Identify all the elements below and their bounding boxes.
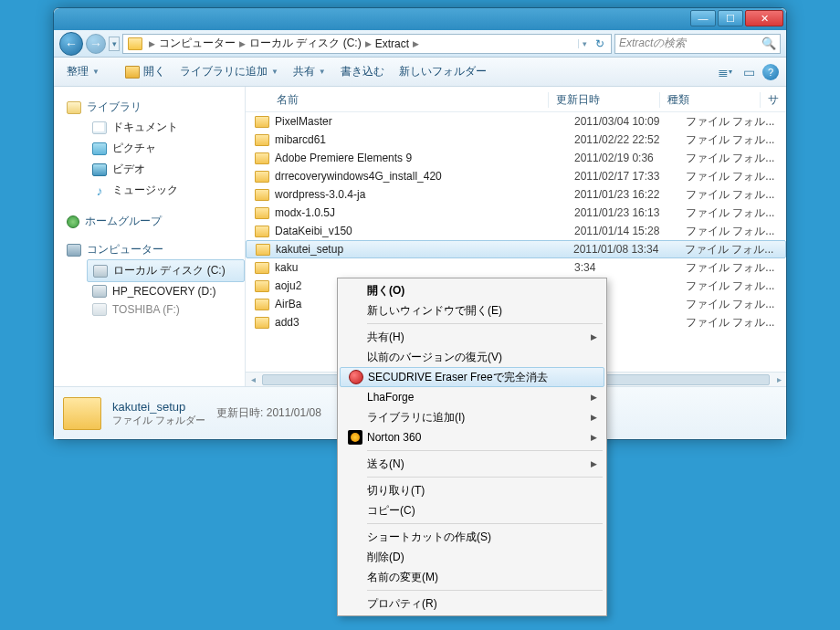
folder-icon bbox=[255, 171, 269, 183]
file-row[interactable]: mibarcd612011/02/22 22:52ファイル フォル... bbox=[246, 131, 786, 149]
forward-button[interactable]: → bbox=[86, 34, 106, 54]
open-button[interactable]: 開く bbox=[120, 60, 171, 83]
col-type[interactable]: 種類 bbox=[660, 92, 761, 108]
separator bbox=[367, 477, 603, 478]
sidebar-pictures[interactable]: ピクチャ bbox=[87, 138, 245, 159]
chevron-right-icon[interactable]: ▶ bbox=[409, 39, 423, 48]
ctx-delete[interactable]: 削除(D) bbox=[340, 547, 604, 567]
file-name: mibarcd61 bbox=[275, 133, 574, 146]
details-mod-label: 更新日時: bbox=[216, 406, 263, 419]
address-dropdown[interactable]: ▾ bbox=[578, 39, 591, 48]
ctx-share[interactable]: 共有(H)▶ bbox=[340, 327, 604, 347]
chevron-right-icon[interactable]: ▶ bbox=[362, 39, 375, 48]
secudrive-icon bbox=[349, 370, 363, 384]
search-input[interactable]: Extractの検索 🔍 bbox=[614, 34, 781, 54]
column-headers: 名前 更新日時 種類 サ bbox=[246, 87, 786, 112]
file-date: 2011/01/23 16:22 bbox=[574, 188, 686, 201]
back-button[interactable]: ← bbox=[59, 32, 83, 56]
close-button[interactable]: ✕ bbox=[745, 10, 783, 26]
sidebar-libraries[interactable]: ライブラリ bbox=[67, 100, 245, 115]
sidebar-drive-e[interactable]: TOSHIBA (F:) bbox=[87, 300, 245, 319]
ctx-properties[interactable]: プロパティ(R) bbox=[340, 593, 604, 614]
col-size[interactable]: サ bbox=[761, 92, 782, 108]
preview-pane-toggle[interactable]: ▭ bbox=[739, 62, 759, 82]
folder-icon bbox=[255, 152, 269, 164]
ctx-copy[interactable]: コピー(C) bbox=[340, 500, 604, 520]
sidebar-computer[interactable]: コンピューター bbox=[67, 242, 245, 257]
nav-history-dropdown[interactable]: ▾ bbox=[109, 37, 120, 51]
col-name[interactable]: 名前 bbox=[269, 92, 549, 108]
share-menu[interactable]: 共有▼ bbox=[288, 60, 331, 83]
sidebar-music[interactable]: ♪ミュージック bbox=[87, 180, 245, 201]
file-type: ファイル フォル... bbox=[686, 114, 786, 130]
ctx-create-shortcut[interactable]: ショートカットの作成(S) bbox=[340, 527, 604, 547]
chevron-right-icon[interactable]: ▶ bbox=[236, 39, 249, 48]
file-date: 3:34 bbox=[574, 261, 686, 274]
chevron-right-icon[interactable]: ▶ bbox=[145, 39, 159, 48]
open-folder-icon bbox=[125, 66, 140, 79]
scroll-left-icon[interactable]: ◂ bbox=[246, 374, 260, 384]
file-name: modx-1.0.5J bbox=[275, 206, 574, 219]
crumb-computer[interactable]: コンピューター bbox=[159, 36, 236, 51]
library-icon bbox=[67, 101, 81, 114]
folder-icon bbox=[255, 317, 269, 329]
folder-icon bbox=[255, 280, 269, 292]
music-icon: ♪ bbox=[92, 184, 107, 198]
col-date[interactable]: 更新日時 bbox=[549, 92, 660, 108]
crumb-drive-c[interactable]: ローカル ディスク (C:) bbox=[249, 36, 362, 51]
view-menu[interactable]: ≣▾ bbox=[715, 62, 735, 82]
crumb-extract[interactable]: Extract bbox=[375, 37, 409, 50]
ctx-rename[interactable]: 名前の変更(M) bbox=[340, 567, 604, 587]
help-button[interactable]: ? bbox=[762, 64, 779, 80]
sidebar-drive-d[interactable]: HP_RECOVERY (D:) bbox=[87, 282, 245, 300]
ctx-send-to[interactable]: 送る(N)▶ bbox=[340, 454, 604, 474]
folder-icon bbox=[128, 37, 142, 50]
sidebar-documents[interactable]: ドキュメント bbox=[87, 117, 245, 138]
computer-icon bbox=[67, 244, 81, 257]
minimize-button[interactable]: — bbox=[690, 10, 716, 26]
file-row[interactable]: modx-1.0.5J2011/01/23 16:13ファイル フォル... bbox=[246, 204, 786, 222]
file-name: wordpress-3.0.4-ja bbox=[275, 188, 574, 201]
file-row[interactable]: DataKeibi_v1502011/01/14 15:28ファイル フォル..… bbox=[246, 222, 786, 240]
burn-button[interactable]: 書き込む bbox=[335, 60, 390, 83]
ctx-secudrive-erase[interactable]: SECUDRIVE Eraser Freeで完全消去 bbox=[340, 367, 604, 387]
maximize-button[interactable]: ☐ bbox=[718, 10, 743, 26]
file-name: kakutei_setup bbox=[276, 243, 573, 256]
norton-icon bbox=[348, 430, 362, 445]
file-date: 2011/02/22 22:52 bbox=[574, 133, 686, 146]
search-icon: 🔍 bbox=[761, 37, 776, 50]
organize-menu[interactable]: 整理▼ bbox=[61, 60, 105, 83]
file-date: 2011/03/04 10:09 bbox=[574, 115, 686, 128]
ctx-add-to-library[interactable]: ライブラリに追加(I)▶ bbox=[340, 407, 604, 427]
refresh-button[interactable]: ↻ bbox=[591, 37, 609, 50]
ctx-cut[interactable]: 切り取り(T) bbox=[340, 480, 604, 500]
separator bbox=[367, 523, 603, 524]
ctx-open-new-window[interactable]: 新しいウィンドウで開く(E) bbox=[340, 300, 604, 320]
file-row[interactable]: PixelMaster2011/03/04 10:09ファイル フォル... bbox=[246, 112, 786, 131]
scroll-right-icon[interactable]: ▸ bbox=[772, 374, 786, 384]
file-row[interactable]: kakutei_setup2011/01/08 13:34ファイル フォル... bbox=[246, 240, 786, 258]
file-type: ファイル フォル... bbox=[686, 151, 786, 166]
add-to-library-menu[interactable]: ライブラリに追加▼ bbox=[174, 60, 284, 83]
document-icon bbox=[92, 121, 107, 134]
file-row[interactable]: drrecoverywindows4G_install_4202011/02/1… bbox=[246, 167, 786, 185]
folder-icon bbox=[255, 262, 269, 274]
sidebar-videos[interactable]: ビデオ bbox=[87, 159, 245, 180]
file-name: kaku bbox=[275, 261, 574, 274]
file-row[interactable]: kaku3:34ファイル フォル... bbox=[246, 258, 786, 277]
file-row[interactable]: wordpress-3.0.4-ja2011/01/23 16:22ファイル フ… bbox=[246, 185, 786, 204]
ctx-lhaforge[interactable]: LhaForge▶ bbox=[340, 387, 604, 407]
new-folder-button[interactable]: 新しいフォルダー bbox=[394, 60, 492, 83]
titlebar: — ☐ ✕ bbox=[54, 8, 786, 30]
sidebar-drive-c[interactable]: ローカル ディスク (C:) bbox=[87, 259, 245, 282]
ctx-restore-previous[interactable]: 以前のバージョンの復元(V) bbox=[340, 347, 604, 367]
folder-icon bbox=[255, 134, 269, 146]
file-row[interactable]: Adobe Premiere Elements 92011/02/19 0:36… bbox=[246, 149, 786, 167]
ctx-norton[interactable]: Norton 360▶ bbox=[340, 427, 604, 447]
address-bar[interactable]: ▶ コンピューター ▶ ローカル ディスク (C:) ▶ Extract ▶ ▾… bbox=[122, 34, 612, 54]
ctx-open[interactable]: 開く(O) bbox=[340, 280, 604, 300]
sidebar-homegroup[interactable]: ホームグループ bbox=[67, 214, 245, 229]
chevron-right-icon: ▶ bbox=[591, 332, 597, 341]
nav-pane: ライブラリ ドキュメント ピクチャ ビデオ ♪ミュージック ホームグループ コン… bbox=[54, 87, 246, 386]
file-name: drrecoverywindows4G_install_420 bbox=[275, 170, 574, 183]
